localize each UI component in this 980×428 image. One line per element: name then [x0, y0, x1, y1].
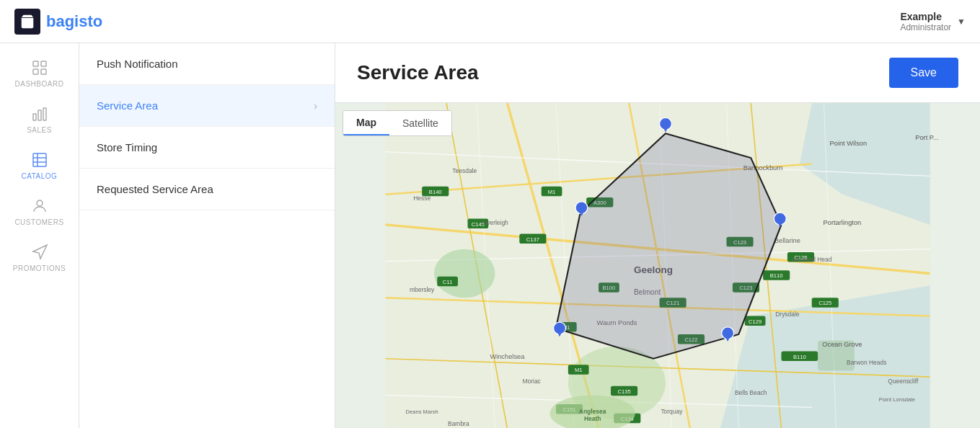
svg-rect-4: [41, 69, 46, 74]
svg-text:C129: C129: [749, 318, 762, 325]
sales-icon: [31, 105, 48, 122]
map-container: Map Satellite: [335, 103, 980, 428]
logo-text: bagisto: [46, 12, 102, 31]
svg-point-12: [37, 200, 43, 206]
sidebar-item-promotions-label: PROMOTIONS: [13, 264, 66, 272]
svg-text:Queenscliff: Queenscliff: [888, 378, 919, 385]
sidebar-item-sales-label: SALES: [27, 126, 52, 134]
svg-rect-8: [33, 153, 46, 166]
sub-sidebar: Push Notification Service Area › Store T…: [79, 43, 335, 428]
map-tab-controls: Map Satellite: [343, 110, 452, 136]
svg-rect-5: [33, 114, 36, 120]
chevron-down-icon: ▼: [957, 17, 966, 27]
user-role: Administrator: [900, 22, 951, 32]
svg-text:Winchelsea: Winchelsea: [490, 353, 525, 360]
user-menu[interactable]: Example Administrator ▼: [900, 11, 966, 32]
svg-text:Deans Marsh: Deans Marsh: [406, 409, 438, 415]
map-tab-satellite[interactable]: Satellite: [389, 111, 451, 135]
svg-rect-7: [43, 108, 46, 120]
map-background[interactable]: A300 C137 C11 C145 C123 B110 C123 C126: [335, 103, 980, 428]
catalog-icon: [31, 151, 48, 169]
sidebar-item-customers[interactable]: CUSTOMERS: [0, 189, 79, 235]
map-tab-map[interactable]: Map: [343, 111, 389, 135]
svg-text:Moriac: Moriac: [523, 378, 541, 385]
sidebar-item-promotions[interactable]: PROMOTIONS: [0, 235, 79, 281]
logo-icon: [14, 9, 40, 35]
sub-menu-store-timing[interactable]: Store Timing: [79, 127, 335, 169]
svg-text:M1: M1: [575, 367, 583, 373]
sidebar: DASHBOARD SALES CATALOG: [0, 43, 79, 428]
sub-menu-service-area[interactable]: Service Area ›: [79, 85, 335, 127]
svg-text:C11: C11: [443, 279, 453, 285]
svg-rect-1: [33, 61, 38, 66]
save-button[interactable]: Save: [889, 58, 958, 88]
svg-text:Point Wilson: Point Wilson: [830, 140, 868, 147]
svg-text:B110: B110: [793, 354, 806, 360]
chevron-right-icon: ›: [314, 100, 317, 112]
page-title: Service Area: [357, 61, 479, 84]
svg-text:Drysdale: Drysdale: [775, 311, 800, 318]
svg-text:Heath: Heath: [584, 415, 601, 422]
map-svg: A300 C137 C11 C145 C123 B110 C123 C126: [335, 103, 980, 428]
svg-text:Torquay: Torquay: [661, 408, 683, 415]
main-layout: DASHBOARD SALES CATALOG: [0, 43, 980, 428]
svg-text:Point Lonsdale: Point Lonsdale: [879, 396, 915, 403]
svg-text:Bellarine: Bellarine: [774, 237, 800, 244]
svg-text:C137: C137: [526, 236, 539, 243]
svg-point-31: [434, 249, 495, 298]
svg-text:Barwon Heads: Barwon Heads: [847, 359, 886, 366]
svg-text:Teesdale: Teesdale: [452, 167, 477, 174]
sidebar-item-sales[interactable]: SALES: [0, 97, 79, 143]
svg-text:B140: B140: [429, 189, 442, 195]
logo-area[interactable]: bagisto: [14, 9, 102, 35]
svg-text:Port P...: Port P...: [915, 134, 938, 141]
svg-text:Indented Head: Indented Head: [792, 256, 832, 263]
app-header: bagisto Example Administrator ▼: [0, 0, 980, 43]
svg-text:M1: M1: [548, 189, 556, 195]
svg-text:B110: B110: [770, 272, 783, 279]
sidebar-item-catalog[interactable]: CATALOG: [0, 143, 79, 189]
svg-rect-6: [38, 110, 41, 120]
dashboard-icon: [31, 59, 48, 76]
svg-text:Portarlington: Portarlington: [824, 219, 862, 226]
svg-text:Hesse: Hesse: [413, 195, 431, 202]
svg-text:Anglesea: Anglesea: [579, 408, 606, 415]
svg-text:C135: C135: [617, 388, 630, 395]
sidebar-item-customers-label: CUSTOMERS: [14, 218, 63, 226]
promotions-icon: [31, 244, 48, 261]
sub-menu-push-notification[interactable]: Push Notification: [79, 43, 335, 85]
svg-text:C125: C125: [818, 300, 831, 306]
sidebar-item-catalog-label: CATALOG: [22, 172, 58, 180]
content-header: Service Area Save: [335, 43, 980, 103]
sidebar-item-dashboard[interactable]: DASHBOARD: [0, 50, 79, 97]
svg-text:Inverleigh: Inverleigh: [482, 219, 508, 226]
main-content: Service Area Save Map Satellite: [335, 43, 980, 428]
svg-text:Bells Beach: Bells Beach: [735, 389, 767, 396]
svg-text:Ocean Grove: Ocean Grove: [822, 341, 862, 348]
customers-icon: [31, 197, 48, 215]
svg-text:Bambra: Bambra: [448, 420, 469, 427]
user-name: Example: [900, 11, 951, 22]
sidebar-item-dashboard-label: DASHBOARD: [15, 80, 64, 88]
sub-menu-requested-service-area[interactable]: Requested Service Area: [79, 169, 335, 210]
svg-rect-2: [41, 61, 46, 66]
svg-rect-3: [33, 69, 38, 74]
svg-text:mbersley: mbersley: [410, 286, 435, 293]
